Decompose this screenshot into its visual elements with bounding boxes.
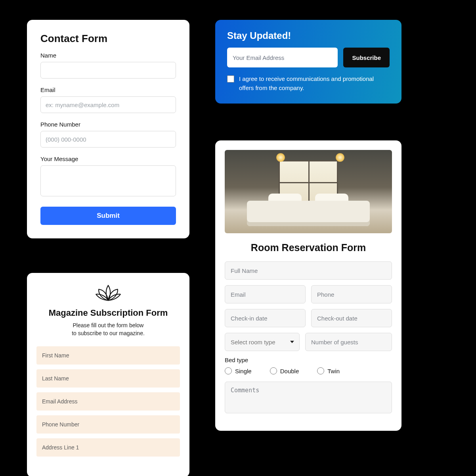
stay-email-input[interactable] — [227, 48, 338, 67]
bedtype-single-radio[interactable] — [225, 367, 232, 374]
room-hero-image — [225, 150, 392, 233]
guests-input[interactable] — [305, 333, 392, 351]
name-label: Name — [40, 52, 176, 59]
subscribe-button[interactable]: Subscribe — [343, 48, 390, 67]
bedtype-radio-group: Single Double Twin — [225, 367, 392, 374]
stay-updated-card: Stay Updated! Subscribe I agree to recei… — [215, 20, 401, 104]
bedtype-twin[interactable]: Twin — [317, 367, 340, 374]
mag-phone-input[interactable] — [36, 415, 180, 434]
consent-row[interactable]: I agree to receive communications and pr… — [227, 75, 390, 92]
name-input[interactable] — [40, 62, 176, 79]
room-form-title: Room Reservation Form — [225, 242, 392, 253]
roomtype-select[interactable] — [225, 333, 300, 351]
bedtype-single[interactable]: Single — [225, 367, 252, 374]
lotus-icon — [94, 282, 122, 304]
message-textarea[interactable] — [40, 165, 176, 196]
firstname-input[interactable] — [36, 346, 180, 365]
stay-updated-title: Stay Updated! — [227, 30, 390, 41]
bedtype-double-radio[interactable] — [270, 367, 277, 374]
magazine-subtitle: Please fill out the form below to subscr… — [36, 321, 180, 338]
bedtype-double[interactable]: Double — [270, 367, 299, 374]
magazine-subscription-card: Magazine Subscription Form Please fill o… — [27, 273, 189, 476]
checkin-input[interactable] — [225, 309, 306, 327]
bedtype-twin-radio[interactable] — [317, 367, 324, 374]
message-label: Your Message — [40, 155, 176, 162]
fullname-input[interactable] — [225, 261, 392, 280]
comments-textarea[interactable] — [225, 382, 392, 413]
phone-input[interactable] — [40, 131, 176, 148]
room-reservation-card: Room Reservation Form Bed type Single Do… — [215, 140, 401, 431]
checkout-input[interactable] — [311, 309, 392, 327]
mag-email-input[interactable] — [36, 392, 180, 411]
room-phone-input[interactable] — [311, 285, 392, 303]
bedtype-label: Bed type — [225, 357, 392, 363]
magazine-title: Magazine Subscription Form — [36, 308, 180, 318]
room-email-input[interactable] — [225, 285, 306, 303]
roomtype-select-wrap[interactable] — [225, 333, 300, 351]
email-input[interactable] — [40, 96, 176, 113]
consent-text: I agree to receive communications and pr… — [239, 75, 390, 92]
email-label: Email — [40, 86, 176, 93]
lastname-input[interactable] — [36, 369, 180, 388]
phone-label: Phone Number — [40, 121, 176, 128]
consent-checkbox[interactable] — [227, 75, 234, 83]
submit-button[interactable]: Submit — [40, 207, 176, 225]
contact-form-card: Contact Form Name Email Phone Number You… — [27, 20, 189, 238]
address1-input[interactable] — [36, 438, 180, 457]
contact-form-title: Contact Form — [40, 33, 176, 45]
